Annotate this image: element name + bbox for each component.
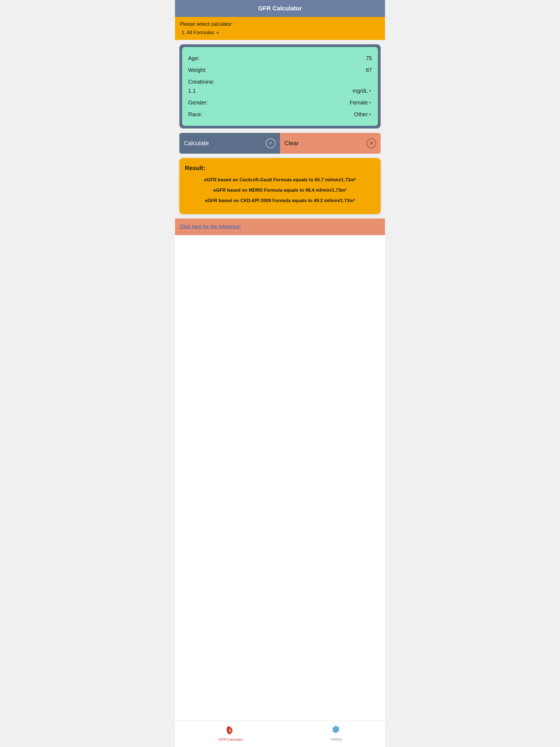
nav-label-setting: Setting: [330, 737, 341, 741]
result-wrapper: Result: eGFR based on Cockroft-Gault For…: [175, 158, 385, 218]
nav-item-gfr-calculator[interactable]: GFR Calculator: [219, 725, 243, 742]
race-row: Race: Other ▼: [188, 108, 372, 120]
input-inner: Age: 75 Weight: 87 Creatinine: 1.1 mg/dL…: [182, 47, 378, 126]
kidney-icon: [225, 725, 236, 736]
bottom-nav: GFR Calculator Setting: [175, 721, 385, 747]
button-row: Calculate ✓ Clear ✕: [175, 133, 385, 158]
input-card: Age: 75 Weight: 87 Creatinine: 1.1 mg/dL…: [179, 44, 381, 129]
calculate-label: Calculate: [184, 140, 209, 147]
gender-row: Gender: Female ▼: [188, 97, 372, 108]
chevron-down-icon: ▼: [216, 31, 220, 35]
weight-label: Weight:: [188, 67, 206, 73]
result-item-2: eGFR based on MDRD Formula equals to 48.…: [185, 187, 375, 194]
clear-button[interactable]: Clear ✕: [280, 133, 381, 154]
result-item-3: eGFR based on CKD-EPI 2009 Formula equal…: [185, 198, 375, 204]
calculator-dropdown-value: 1. All Formulas: [182, 30, 214, 35]
gender-label: Gender:: [188, 100, 208, 106]
result-card: Result: eGFR based on Cockroft-Gault For…: [179, 158, 381, 214]
nav-label-gfr-calculator: GFR Calculator: [219, 738, 243, 742]
result-title: Result:: [185, 164, 375, 172]
weight-value[interactable]: 87: [366, 67, 372, 73]
check-icon: ✓: [266, 138, 276, 148]
chevron-down-icon: ▼: [368, 112, 372, 117]
reference-bar: Click here for the reference!: [175, 218, 385, 235]
creatinine-unit-dropdown[interactable]: mg/dL ▼: [353, 88, 372, 94]
select-bar: Please select calculator: 1. All Formula…: [175, 17, 385, 40]
creatinine-label: Creatinine:: [188, 79, 215, 85]
age-label: Age:: [188, 55, 199, 61]
calculator-dropdown[interactable]: 1. All Formulas ▼: [180, 30, 380, 35]
gender-value: Female: [350, 100, 368, 106]
age-value[interactable]: 75: [366, 55, 372, 61]
select-label: Please select calculator:: [180, 21, 380, 27]
calculate-button[interactable]: Calculate ✓: [179, 133, 280, 154]
creatinine-unit-label: mg/dL: [353, 88, 368, 94]
input-card-wrapper: Age: 75 Weight: 87 Creatinine: 1.1 mg/dL…: [175, 40, 385, 133]
gear-icon: [331, 725, 341, 736]
reference-link[interactable]: Click here for the reference!: [180, 224, 240, 229]
race-dropdown[interactable]: Other ▼: [354, 111, 372, 118]
creatinine-value-row: 1.1 mg/dL ▼: [188, 88, 372, 94]
header-title: GFR Calculator: [258, 5, 302, 12]
creatinine-value[interactable]: 1.1: [188, 88, 196, 94]
weight-row: Weight: 87: [188, 64, 372, 76]
gender-dropdown[interactable]: Female ▼: [350, 100, 372, 106]
age-row: Age: 75: [188, 52, 372, 64]
creatinine-row: Creatinine: 1.1 mg/dL ▼: [188, 76, 372, 97]
x-icon: ✕: [366, 138, 376, 148]
spacer: [175, 235, 385, 721]
result-item-1: eGFR based on Cockroft-Gault Formula equ…: [185, 177, 375, 183]
clear-label: Clear: [284, 140, 299, 147]
nav-item-setting[interactable]: Setting: [330, 725, 341, 741]
chevron-down-icon: ▼: [368, 101, 372, 105]
chevron-down-icon: ▼: [368, 89, 372, 93]
race-value: Other: [354, 111, 368, 118]
app-header: GFR Calculator: [175, 0, 385, 17]
race-label: Race:: [188, 111, 202, 118]
